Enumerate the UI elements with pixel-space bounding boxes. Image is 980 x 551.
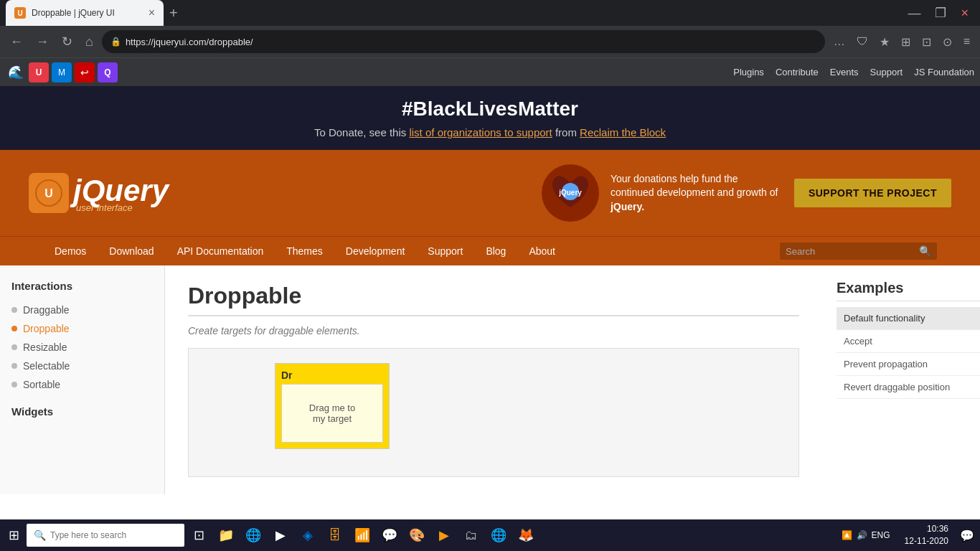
support-project-button[interactable]: SUPPORT THE PROJECT xyxy=(794,179,951,207)
donate-bold: jQuery. xyxy=(611,201,644,212)
browser-toolbar: ← → ↻ ⌂ 🔒 https://jqueryui.com/droppable… xyxy=(0,26,980,57)
new-tab-button[interactable]: + xyxy=(164,0,184,26)
address-bar[interactable]: 🔒 https://jqueryui.com/droppable/ xyxy=(102,30,825,53)
sidebar-item-draggable[interactable]: Draggable xyxy=(11,301,153,319)
window-controls: — ❐ × xyxy=(902,2,974,24)
menu-button[interactable]: ≡ xyxy=(959,32,974,52)
sidebar-item-selectable[interactable]: Selectable xyxy=(11,357,153,375)
nav-support[interactable]: Support xyxy=(870,67,903,77)
nav-blog[interactable]: Blog xyxy=(474,237,517,265)
start-button[interactable]: ⊞ xyxy=(3,524,25,546)
taskbar-filezilla[interactable]: 📶 xyxy=(349,522,375,548)
sidebar-item-sortable[interactable]: Sortable xyxy=(11,375,153,394)
taskbar-vlc[interactable]: ▶ xyxy=(431,522,457,548)
clock: 10:36 12-11-2020 xyxy=(899,523,954,547)
notification-button[interactable]: 💬 xyxy=(957,526,977,545)
demo-area: Dr Drag me tomy target xyxy=(188,348,799,477)
taskbar-edge[interactable]: 🌐 xyxy=(486,522,512,548)
blm-link-reclaim[interactable]: Reclaim the Block xyxy=(580,126,666,138)
sidebar-label-resizable: Resizable xyxy=(23,342,67,353)
forward-button[interactable]: → xyxy=(32,32,53,52)
logo-text-group: jQuery user interface xyxy=(73,174,169,213)
sidebar-widgets-section: Widgets xyxy=(11,405,153,418)
taskbar-skype[interactable]: 💬 xyxy=(377,522,402,548)
tab-bar: U Droppable | jQuery UI × + xyxy=(6,0,896,26)
ext-icon-back[interactable]: ↩ xyxy=(75,62,95,83)
ext-icon-q[interactable]: Q xyxy=(98,62,118,83)
nav-plugins[interactable]: Plugins xyxy=(733,67,764,77)
jquery-ui-logo-svg: U xyxy=(34,179,63,207)
nav-api-documentation[interactable]: API Documentation xyxy=(166,237,275,265)
clock-time: 10:36 xyxy=(905,523,948,535)
page-description: Create targets for draggable elements. xyxy=(188,325,799,336)
nav-support[interactable]: Support xyxy=(416,237,474,265)
page-title: Droppable xyxy=(188,283,799,309)
nav-demos[interactable]: Demos xyxy=(43,237,98,265)
taskbar-search[interactable]: 🔍 xyxy=(27,524,184,547)
more-button[interactable]: … xyxy=(829,32,849,52)
taskbar-right: 🔼 🔊 ENG 10:36 12-11-2020 💬 xyxy=(836,523,977,547)
nav-js-foundation[interactable]: JS Foundation xyxy=(914,67,974,77)
bookmark-button[interactable]: ★ xyxy=(875,32,894,52)
taskbar-chrome[interactable]: 🌐 xyxy=(240,522,266,548)
sidebar-item-resizable[interactable]: Resizable xyxy=(11,338,153,357)
active-tab[interactable]: U Droppable | jQuery UI × xyxy=(6,0,164,26)
ext-icon-wave[interactable]: 🌊 xyxy=(6,62,26,83)
draggable-element[interactable]: Dr Drag me tomy target xyxy=(275,363,390,449)
taskbar-task-view[interactable]: ⊡ xyxy=(186,522,212,548)
profile-button[interactable]: ⊙ xyxy=(938,32,956,52)
taskbar-db[interactable]: 🗄 xyxy=(322,522,348,548)
nav-download[interactable]: Download xyxy=(98,237,165,265)
donate-heart: jQuery xyxy=(542,164,599,222)
jqui-logo: U jQuery user interface xyxy=(29,173,169,213)
tab-close-button[interactable]: × xyxy=(149,7,155,19)
sys-tray: 🔼 🔊 ENG xyxy=(836,530,896,540)
nav-contribute[interactable]: Contribute xyxy=(776,67,819,77)
taskbar-vscode[interactable]: ◈ xyxy=(295,522,321,548)
close-button[interactable]: × xyxy=(955,2,974,24)
blm-banner: #BlackLivesMatter To Donate, see this li… xyxy=(0,86,980,150)
sidebar-toggle-button[interactable]: ⊡ xyxy=(918,32,936,52)
sidebar-label-sortable: Sortable xyxy=(23,379,60,390)
taskbar-firefox[interactable]: 🦊 xyxy=(513,522,539,548)
ext-icon-ms[interactable]: M xyxy=(52,62,72,83)
tray-arrow[interactable]: 🔼 xyxy=(842,530,852,540)
blm-subtitle: To Donate, see this list of organization… xyxy=(14,126,966,138)
blm-text-mid: from xyxy=(555,126,580,138)
page-body: #BlackLivesMatter To Donate, see this li… xyxy=(0,86,980,548)
example-item-default[interactable]: Default functionality xyxy=(837,307,980,330)
taskbar-search-input[interactable] xyxy=(50,530,165,540)
maximize-button[interactable]: ❐ xyxy=(929,2,952,24)
sidebar: Interactions Draggable Droppable Resizab… xyxy=(0,265,165,494)
example-item-accept[interactable]: Accept xyxy=(837,330,980,353)
minimize-button[interactable]: — xyxy=(902,2,926,24)
reload-button[interactable]: ↻ xyxy=(57,31,77,52)
taskbar-files[interactable]: 🗂 xyxy=(458,522,484,548)
shield-button[interactable]: 🛡 xyxy=(852,32,872,52)
lock-icon: 🔒 xyxy=(110,37,121,47)
nav-events[interactable]: Events xyxy=(830,67,859,77)
nav-about[interactable]: About xyxy=(517,237,567,265)
library-button[interactable]: ⊞ xyxy=(897,32,915,52)
blm-text-pre: To Donate, see this xyxy=(314,126,410,138)
example-item-revert[interactable]: Revert draggable position xyxy=(837,376,980,399)
taskbar-file-explorer[interactable]: 📁 xyxy=(213,522,239,548)
home-button[interactable]: ⌂ xyxy=(81,32,98,52)
main-nav-bar: Demos Download API Documentation Themes … xyxy=(0,236,980,265)
taskbar-gimp[interactable]: 🎨 xyxy=(404,522,430,548)
tray-volume[interactable]: 🔊 xyxy=(857,530,867,540)
blm-link-organizations[interactable]: list of organizations to support xyxy=(409,126,552,138)
search-input[interactable] xyxy=(786,246,915,257)
toolbar-actions: … 🛡 ★ ⊞ ⊡ ⊙ ≡ xyxy=(829,32,974,52)
search-button[interactable]: 🔍 xyxy=(919,245,931,257)
ext-icon-ublock[interactable]: U xyxy=(29,62,49,83)
sidebar-item-droppable[interactable]: Droppable xyxy=(11,319,153,338)
example-item-prevent-propagation[interactable]: Prevent propagation xyxy=(837,353,980,376)
main-nav: Demos Download API Documentation Themes … xyxy=(43,237,937,265)
nav-themes[interactable]: Themes xyxy=(275,237,334,265)
taskbar-terminal[interactable]: ▶ xyxy=(268,522,293,548)
svg-text:U: U xyxy=(44,187,53,199)
tab-favicon: U xyxy=(14,7,26,19)
nav-development[interactable]: Development xyxy=(334,237,417,265)
back-button[interactable]: ← xyxy=(6,32,27,52)
